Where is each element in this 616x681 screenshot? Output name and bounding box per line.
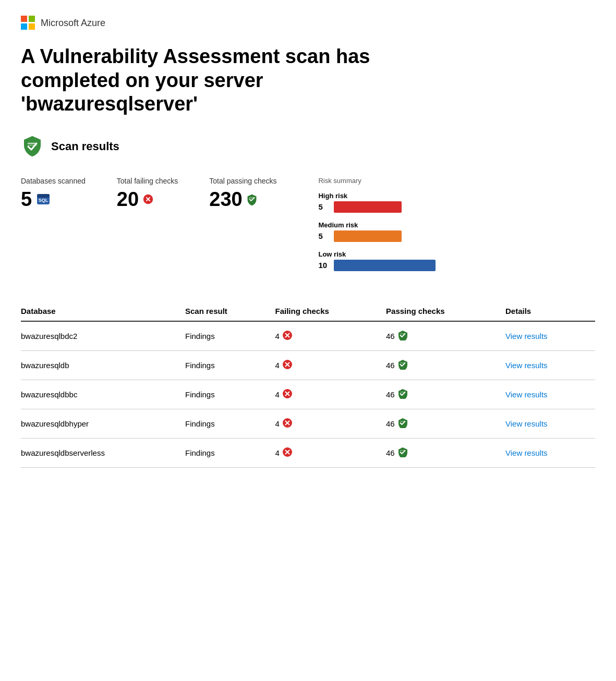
view-results-link[interactable]: View results — [505, 332, 548, 340]
page-title: A Vulnerability Assessment scan has comp… — [21, 45, 412, 116]
cell-scan-result: Findings — [185, 409, 275, 438]
cell-failing: 4 — [275, 438, 386, 467]
table-row: bwazuresqldbFindings 4 46 View results — [21, 350, 595, 380]
col-header-passing: Passing checks — [386, 301, 505, 321]
risk-summary-title: Risk summary — [318, 177, 436, 185]
view-results-link[interactable]: View results — [505, 448, 548, 457]
cell-database: bwazuresqldb — [21, 350, 185, 380]
table-row: bwazuresqldbhyperFindings 4 46 View resu… — [21, 409, 595, 438]
table-row: bwazuresqlbdc2Findings 4 46 View results — [21, 321, 595, 351]
svg-text:SQL: SQL — [39, 198, 49, 203]
cell-details[interactable]: View results — [505, 350, 595, 380]
sql-db-icon: SQL — [36, 192, 51, 206]
medium-risk-bar — [334, 230, 402, 242]
cell-database: bwazuresqlbdc2 — [21, 321, 185, 351]
stats-row: Databases scanned 5 SQL Total failing ch… — [21, 177, 595, 276]
error-icon — [282, 330, 293, 342]
error-icon — [282, 388, 293, 400]
passing-shield-icon — [247, 194, 257, 204]
passing-count: 46 — [386, 390, 395, 399]
error-circle-icon — [143, 194, 153, 204]
col-header-details: Details — [505, 301, 595, 321]
high-risk-count: 5 — [318, 202, 330, 211]
cell-database: bwazuresqldbhyper — [21, 409, 185, 438]
view-results-link[interactable]: View results — [505, 390, 548, 399]
azure-header: Microsoft Azure — [21, 16, 595, 30]
table-header-row: Database Scan result Failing checks Pass… — [21, 301, 595, 321]
table-row: bwazuresqldbbcFindings 4 46 View results — [21, 380, 595, 409]
failing-count: 4 — [275, 448, 279, 457]
passing-count: 46 — [386, 332, 395, 340]
passing-count: 46 — [386, 361, 395, 370]
low-risk-bar — [334, 260, 436, 271]
azure-brand-label: Microsoft Azure — [41, 18, 105, 29]
failing-count: 4 — [275, 419, 279, 428]
failing-count: 4 — [275, 332, 279, 340]
cell-details[interactable]: View results — [505, 321, 595, 351]
failing-count: 4 — [275, 390, 279, 399]
cell-failing: 4 — [275, 350, 386, 380]
col-header-failing: Failing checks — [275, 301, 386, 321]
low-risk-label: Low risk — [318, 250, 436, 258]
risk-summary-block: Risk summary High risk 5 Medium risk 5 L… — [318, 177, 436, 276]
cell-failing: 4 — [275, 321, 386, 351]
total-failing-value: 20 — [117, 188, 139, 211]
passing-shield-icon — [397, 330, 408, 342]
total-passing-value: 230 — [209, 188, 242, 211]
scan-results-title: Scan results — [51, 140, 119, 153]
passing-shield-icon — [397, 359, 408, 371]
medium-risk-label: Medium risk — [318, 221, 436, 229]
cell-scan-result: Findings — [185, 321, 275, 351]
cell-passing: 46 — [386, 380, 505, 409]
medium-risk-item: Medium risk 5 — [318, 221, 436, 242]
high-risk-bar — [334, 201, 402, 213]
cell-passing: 46 — [386, 438, 505, 467]
error-icon — [282, 418, 293, 430]
failing-count: 4 — [275, 361, 279, 370]
databases-scanned-label: Databases scanned — [21, 177, 86, 185]
stat-failing-checks: Total failing checks 20 — [117, 177, 178, 211]
col-header-scan-result: Scan result — [185, 301, 275, 321]
col-header-database: Database — [21, 301, 185, 321]
azure-logo-icon — [21, 16, 35, 30]
passing-count: 46 — [386, 419, 395, 428]
cell-failing: 4 — [275, 409, 386, 438]
low-risk-item: Low risk 10 — [318, 250, 436, 271]
cell-scan-result: Findings — [185, 350, 275, 380]
cell-details[interactable]: View results — [505, 438, 595, 467]
error-icon — [282, 359, 293, 371]
cell-passing: 46 — [386, 409, 505, 438]
passing-count: 46 — [386, 448, 395, 457]
passing-shield-icon — [397, 447, 408, 459]
svg-rect-4 — [37, 194, 50, 198]
cell-failing: 4 — [275, 380, 386, 409]
cell-details[interactable]: View results — [505, 380, 595, 409]
low-risk-count: 10 — [318, 261, 330, 270]
cell-passing: 46 — [386, 350, 505, 380]
scan-shield-icon — [21, 135, 44, 158]
error-icon — [282, 447, 293, 459]
cell-database: bwazuresqldbbc — [21, 380, 185, 409]
cell-passing: 46 — [386, 321, 505, 351]
passing-shield-icon — [397, 388, 408, 400]
databases-scanned-value: 5 — [21, 188, 32, 211]
medium-risk-count: 5 — [318, 232, 330, 240]
total-passing-label: Total passing checks — [209, 177, 276, 185]
cell-database: bwazuresqldbserverless — [21, 438, 185, 467]
cell-scan-result: Findings — [185, 380, 275, 409]
cell-details[interactable]: View results — [505, 409, 595, 438]
stat-databases-scanned: Databases scanned 5 SQL — [21, 177, 86, 211]
scan-results-header: Scan results — [21, 135, 595, 158]
cell-scan-result: Findings — [185, 438, 275, 467]
table-row: bwazuresqldbserverlessFindings 4 46 View… — [21, 438, 595, 467]
view-results-link[interactable]: View results — [505, 361, 548, 370]
database-table: Database Scan result Failing checks Pass… — [21, 301, 595, 468]
passing-shield-icon — [397, 418, 408, 430]
stat-passing-checks: Total passing checks 230 — [209, 177, 276, 211]
high-risk-item: High risk 5 — [318, 192, 436, 213]
total-failing-label: Total failing checks — [117, 177, 178, 185]
high-risk-label: High risk — [318, 192, 436, 200]
view-results-link[interactable]: View results — [505, 419, 548, 428]
